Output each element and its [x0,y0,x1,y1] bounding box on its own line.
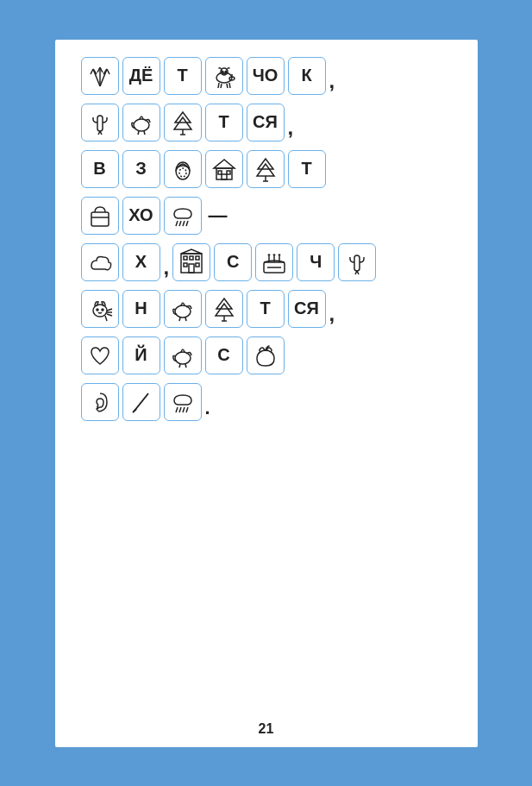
svg-line-13 [227,84,228,88]
svg-line-42 [176,221,178,226]
cow-icon [205,57,243,95]
svg-rect-40 [91,212,109,226]
svg-line-14 [229,83,230,88]
rain2-icon [164,383,202,421]
svg-line-43 [179,221,181,226]
svg-rect-59 [354,255,360,271]
svg-line-80 [133,409,136,412]
svg-point-15 [222,71,223,72]
letter-t4: Т [247,290,285,328]
svg-point-64 [102,309,103,311]
row-7: Й С [81,336,452,374]
svg-line-79 [135,393,148,411]
svg-line-65 [107,309,112,311]
firtree-icon [164,104,202,141]
svg-line-23 [138,131,139,135]
row-2: Т СЯ , [81,104,452,141]
letter-s: С [214,243,252,281]
firtree2-icon [247,150,285,188]
svg-marker-31 [214,160,235,168]
svg-point-30 [179,168,186,177]
heart-icon [81,336,119,374]
period-1: . [205,397,210,421]
cloud-icon [81,243,119,281]
letter-de: ДЁ [122,57,160,95]
apple-icon [247,336,285,374]
comma-2: , [288,116,294,141]
svg-line-24 [144,131,145,135]
svg-marker-53 [181,249,202,254]
letter-k: К [288,57,326,95]
svg-line-6 [107,69,110,74]
stick-icon [122,383,160,421]
svg-rect-50 [184,263,187,267]
svg-point-69 [175,305,191,318]
rain-icon [164,197,202,235]
letter-sya: СЯ [247,104,285,141]
svg-point-22 [134,119,149,131]
svg-rect-52 [189,264,194,273]
letter-t3: Т [288,150,326,188]
svg-line-67 [107,314,112,316]
cat-icon [81,290,119,328]
svg-point-76 [175,352,191,364]
svg-rect-33 [222,174,227,179]
comma-1: , [329,69,335,95]
svg-line-44 [183,221,185,226]
page-number: 21 [259,721,274,737]
letter-ch: Ч [297,243,335,281]
svg-line-45 [186,221,188,226]
svg-rect-49 [196,256,199,260]
cactus2-icon [338,243,376,281]
svg-rect-51 [196,263,199,267]
svg-point-62 [93,305,107,317]
kettle3-icon [164,336,202,374]
svg-line-83 [183,407,185,412]
row-1: ДЁ Т ЧО К , [81,57,452,95]
letter-cho: ЧО [247,57,285,95]
nut-icon [164,150,202,188]
svg-rect-34 [218,171,222,174]
house-icon [205,150,243,188]
comma-3: , [164,255,170,281]
svg-line-68 [105,316,107,321]
svg-line-81 [176,407,178,412]
svg-line-77 [179,364,180,368]
svg-line-12 [221,84,222,88]
svg-point-63 [97,309,98,311]
page: ДЁ Т ЧО К , [55,40,478,747]
letter-ho: ХО [122,197,160,235]
letter-j: Й [122,336,160,374]
svg-point-16 [225,71,227,72]
kettle-icon [122,104,160,141]
letter-s2: С [205,336,243,374]
letter-sya2: СЯ [288,290,326,328]
kettle2-icon [164,290,202,328]
row-8: . [81,383,452,421]
firtree3-icon [205,290,243,328]
row-6: Н Т СЯ , [81,290,452,328]
svg-point-29 [176,162,190,179]
letter-t: Т [164,57,202,95]
svg-line-11 [218,83,219,88]
row-4: ХО — [81,197,452,235]
cake-icon [255,243,293,281]
twigs-icon [81,57,119,95]
svg-line-78 [185,364,186,368]
svg-line-3 [91,69,93,74]
row-3: В З [81,150,452,188]
svg-line-21 [100,131,102,135]
svg-line-71 [185,318,186,321]
svg-rect-35 [227,171,230,174]
cactus-icon [81,104,119,141]
letter-t2: Т [205,104,243,141]
letter-z: З [122,150,160,188]
building-icon [172,243,210,281]
letter-v: В [81,150,119,188]
svg-line-70 [179,318,180,321]
svg-rect-19 [97,116,103,131]
svg-rect-48 [190,256,193,260]
svg-line-61 [357,271,359,274]
svg-line-84 [186,407,188,412]
ear-icon [81,383,119,421]
